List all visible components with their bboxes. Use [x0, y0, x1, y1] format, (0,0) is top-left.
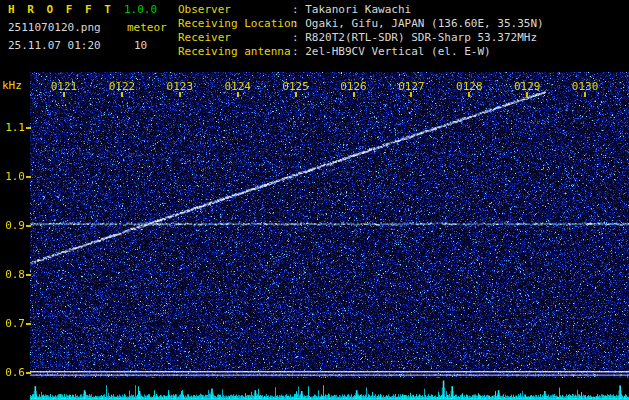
app-title: H R O F F T 1.0.0 — [8, 3, 114, 16]
time-tick-mark — [353, 92, 355, 97]
info-label: Observer — [178, 3, 292, 16]
freq-tick-label: 0.8 — [0, 268, 25, 281]
info-label: Receiving antenna — [178, 45, 292, 58]
freq-tick-mark — [26, 323, 31, 325]
app-name: H R O F F T — [8, 3, 114, 16]
info-value: : Takanori Kawachi — [292, 3, 411, 16]
app-version: 1.0.0 — [124, 3, 157, 16]
info-label: Receiving Location — [178, 17, 292, 30]
info-value: : Ogaki, Gifu, JAPAN (136.60E, 35.35N) — [292, 17, 544, 30]
time-tick-mark — [63, 92, 65, 97]
info-row-observer: Observer: Takanori Kawachi — [178, 3, 544, 17]
count-value: 10 — [134, 39, 147, 52]
time-tick-mark — [468, 92, 470, 97]
time-tick-mark — [237, 92, 239, 97]
hrofft-output: H R O F F T 1.0.0 2511070120.png meteor … — [0, 0, 629, 400]
mode-label: meteor — [127, 21, 167, 34]
time-tick-mark — [526, 92, 528, 97]
time-tick-mark — [121, 92, 123, 97]
info-row-location: Receiving Location: Ogaki, Gifu, JAPAN (… — [178, 17, 544, 31]
freq-tick-label: 0.7 — [0, 317, 25, 330]
time-tick-mark — [179, 92, 181, 97]
freq-axis-unit: kHz — [2, 79, 22, 92]
time-tick-mark — [584, 92, 586, 97]
freq-tick-label: 1.0 — [0, 170, 25, 183]
freq-tick-mark — [26, 372, 31, 374]
signal-level-strip — [30, 379, 629, 400]
info-value: : R820T2(RTL-SDR) SDR-Sharp 53.372MHz — [292, 31, 537, 44]
station-info: Observer: Takanori Kawachi Receiving Loc… — [178, 3, 544, 59]
record-datetime: 25.11.07 01:20 — [8, 39, 101, 52]
info-label: Receiver — [178, 31, 292, 44]
freq-tick-mark — [26, 274, 31, 276]
freq-tick-label: 1.1 — [0, 121, 25, 134]
info-row-antenna: Receiving antenna: 2el-HB9CV Vertical (e… — [178, 45, 544, 59]
freq-tick-mark — [26, 225, 31, 227]
freq-tick-mark — [26, 127, 31, 129]
freq-tick-label: 0.9 — [0, 219, 25, 232]
spectrogram-canvas — [30, 72, 629, 378]
output-filename: 2511070120.png — [8, 21, 101, 34]
freq-tick-mark — [26, 176, 31, 178]
time-tick-mark — [410, 92, 412, 97]
info-row-receiver: Receiver: R820T2(RTL-SDR) SDR-Sharp 53.3… — [178, 31, 544, 45]
freq-tick-label: 0.6 — [0, 366, 25, 379]
time-tick-mark — [295, 92, 297, 97]
info-value: : 2el-HB9CV Vertical (el. E-W) — [292, 45, 491, 58]
